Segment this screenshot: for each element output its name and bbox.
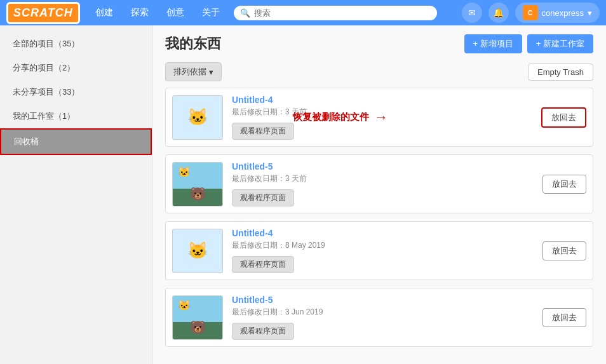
project-date-3: 最后修改日期：8 May 2019 [232, 240, 536, 251]
empty-trash-button[interactable]: Empty Trash [528, 64, 593, 81]
nav-about[interactable]: 关于 [193, 0, 229, 25]
header-action-buttons: + 新增项目 + 新建工作室 [464, 34, 593, 53]
restore-button-3[interactable]: 放回去 [542, 241, 586, 260]
search-input[interactable] [254, 8, 431, 18]
project-title-4[interactable]: Untitled-5 [232, 295, 536, 305]
project-thumbnail-2: 🐻 🐱 [172, 162, 223, 206]
sidebar-item-unshared[interactable]: 未分享项目（33） [0, 80, 152, 104]
project-title-2[interactable]: Untitled-5 [232, 161, 536, 172]
restore-button-2[interactable]: 放回去 [542, 175, 586, 194]
project-card-1: 🐱 Untitled-4 最后修改日期：3 天前 观看程序页面 恢复被删除的文件… [165, 88, 593, 147]
project-date-1: 最后修改日期：3 天前 [232, 107, 535, 118]
view-page-button-4[interactable]: 观看程序页面 [232, 323, 294, 340]
project-card-3: 🐱 Untitled-4 最后修改日期：8 May 2019 观看程序页面 放回… [165, 221, 593, 280]
field-image-2: 🐻 🐱 [173, 162, 222, 206]
project-thumbnail-3: 🐱 [172, 229, 223, 273]
project-thumbnail-4: 🐻 🐱 [172, 295, 223, 340]
project-title-1[interactable]: Untitled-4 [232, 95, 535, 105]
search-icon: 🔍 [240, 8, 250, 18]
cat-image-1: 🐱 [187, 107, 208, 127]
top-navigation: SCRATCH 创建 探索 创意 关于 🔍 ✉ 🔔 C conexpress ▾ [0, 0, 606, 25]
project-info-1: Untitled-4 最后修改日期：3 天前 观看程序页面 [232, 95, 535, 140]
new-project-button[interactable]: + 新增项目 [464, 34, 522, 53]
dropdown-icon: ▾ [588, 8, 592, 18]
project-list: 🐱 Untitled-4 最后修改日期：3 天前 观看程序页面 恢复被删除的文件… [152, 88, 606, 347]
nav-ideas[interactable]: 创意 [158, 0, 193, 25]
nav-right-controls: ✉ 🔔 C conexpress ▾ [462, 3, 600, 23]
notifications-icon-btn[interactable]: 🔔 [488, 3, 509, 23]
messages-icon-btn[interactable]: ✉ [462, 3, 482, 23]
sort-button[interactable]: 排列依据 ▾ [165, 62, 222, 81]
sort-label: 排列依据 [173, 66, 206, 78]
field-image-4: 🐻 🐱 [173, 295, 222, 340]
toolbar: 排列依据 ▾ Empty Trash [152, 58, 606, 88]
user-menu-button[interactable]: C conexpress ▾ [515, 3, 600, 23]
project-title-3[interactable]: Untitled-4 [232, 228, 536, 238]
search-bar[interactable]: 🔍 [234, 6, 437, 20]
sidebar-item-studios[interactable]: 我的工作室（1） [0, 104, 152, 128]
project-info-2: Untitled-5 最后修改日期：3 天前 观看程序页面 [232, 161, 536, 206]
nav-create[interactable]: 创建 [86, 0, 122, 25]
sidebar-item-all[interactable]: 全部的项目（35） [0, 32, 152, 56]
project-card-2: 🐻 🐱 Untitled-5 最后修改日期：3 天前 观看程序页面 放回去 [165, 154, 593, 213]
project-info-4: Untitled-5 最后修改日期：3 Jun 2019 观看程序页面 [232, 295, 536, 340]
username-label: conexpress [542, 8, 584, 18]
sidebar: 全部的项目（35） 分享的项目（2） 未分享项目（33） 我的工作室（1） 回收… [0, 25, 152, 364]
view-page-button-1[interactable]: 观看程序页面 [232, 123, 294, 140]
project-thumbnail-1: 🐱 [172, 95, 223, 140]
page-title: 我的东西 [165, 34, 221, 53]
nav-explore[interactable]: 探索 [122, 0, 158, 25]
new-studio-button[interactable]: + 新建工作室 [527, 34, 593, 53]
cat-image-3: 🐱 [187, 241, 208, 260]
sort-chevron-icon: ▾ [209, 67, 213, 77]
avatar: C [523, 5, 538, 20]
view-page-button-3[interactable]: 观看程序页面 [232, 256, 294, 273]
sidebar-item-trash[interactable]: 回收桶 [0, 128, 152, 155]
scratch-logo[interactable]: SCRATCH [6, 2, 80, 24]
restore-button-1[interactable]: 放回去 [541, 107, 586, 128]
project-date-2: 最后修改日期：3 天前 [232, 173, 536, 184]
main-layout: 全部的项目（35） 分享的项目（2） 未分享项目（33） 我的工作室（1） 回收… [0, 25, 606, 364]
project-info-3: Untitled-4 最后修改日期：8 May 2019 观看程序页面 [232, 228, 536, 273]
project-card-4: 🐻 🐱 Untitled-5 最后修改日期：3 Jun 2019 观看程序页面 … [165, 288, 593, 347]
view-page-button-2[interactable]: 观看程序页面 [232, 189, 294, 206]
content-area: 我的东西 + 新增项目 + 新建工作室 排列依据 ▾ Empty Trash 🐱… [152, 25, 606, 364]
project-date-4: 最后修改日期：3 Jun 2019 [232, 307, 536, 318]
content-header: 我的东西 + 新增项目 + 新建工作室 [152, 25, 606, 58]
sidebar-item-shared[interactable]: 分享的项目（2） [0, 56, 152, 80]
restore-button-4[interactable]: 放回去 [542, 308, 586, 327]
